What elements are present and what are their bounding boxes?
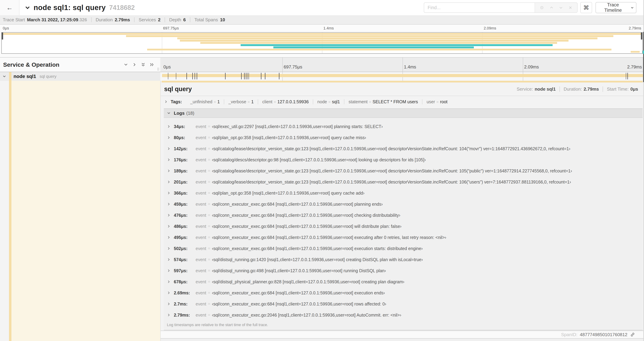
span-collapse-chevron-icon[interactable] <box>2 75 6 78</box>
log-row[interactable]: 597μs:event=‹sql/distsql_running.go:498 … <box>164 265 642 276</box>
log-row[interactable]: 574μs:event=‹sql/distsql_running.go:1420… <box>164 254 642 265</box>
log-expand-chevron-icon[interactable] <box>167 202 171 206</box>
meta-value: node sql1 <box>534 87 556 92</box>
span-duration-bar[interactable] <box>162 74 643 77</box>
log-value: ‹sql/conn_executor_exec.go:684 [nsql1,cl… <box>212 224 402 229</box>
log-field-name: event <box>196 191 206 196</box>
tags-expand-chevron-icon[interactable] <box>164 100 168 104</box>
log-row[interactable]: 176μs:event=‹sql/catalog/descs/descripto… <box>164 154 642 165</box>
log-row[interactable]: 34μs:event=‹sql/exec_util.go:2297 [nsql1… <box>164 121 642 132</box>
tag-value: SELECT * FROM users <box>372 99 418 104</box>
log-row[interactable]: 476μs:event=‹sql/conn_executor_exec.go:6… <box>164 210 642 221</box>
log-marker-tick <box>176 73 176 79</box>
summary-item: Total Spans10 <box>190 17 229 22</box>
log-expand-chevron-icon[interactable] <box>167 224 171 228</box>
log-expand-chevron-icon[interactable] <box>167 136 171 140</box>
previous-result-icon[interactable] <box>549 5 554 11</box>
trace-collapse-chevron-icon[interactable] <box>25 5 30 10</box>
log-expand-chevron-icon[interactable] <box>167 213 171 217</box>
deep-link-icon[interactable] <box>630 332 635 337</box>
log-row[interactable]: 2.7ms:event=‹sql/conn_executor_exec.go:6… <box>164 298 642 309</box>
log-expand-chevron-icon[interactable] <box>167 180 171 184</box>
log-value: ‹sql/conn_executor_exec.go:684 [nsql1,cl… <box>212 202 383 207</box>
log-row[interactable]: 495μs:event=‹sql/conn_executor_exec.go:6… <box>164 232 642 243</box>
minimap-tick-label: 2.09ms <box>484 26 496 31</box>
span-bar-cell[interactable] <box>160 72 644 81</box>
log-timestamp: 142μs: <box>174 146 192 151</box>
log-expand-chevron-icon[interactable] <box>167 302 171 306</box>
log-expand-chevron-icon[interactable] <box>167 191 171 195</box>
log-expand-chevron-icon[interactable] <box>167 147 171 151</box>
minimap-scroll-indicator[interactable] <box>643 32 644 82</box>
log-expand-chevron-icon[interactable] <box>167 247 171 250</box>
tag-item: node=sql1 <box>313 99 344 104</box>
detail-row-accent-strip <box>9 81 12 341</box>
column-resizer-grip[interactable] <box>158 68 159 71</box>
log-row[interactable]: 459μs:event=‹sql/conn_executor_exec.go:6… <box>164 199 642 210</box>
log-row[interactable]: 80μs:event=‹sql/plan_opt.go:358 [nsql1,c… <box>164 132 642 143</box>
log-field-name: event <box>196 301 206 306</box>
find-controls <box>534 3 577 13</box>
log-field-name: event <box>196 268 206 273</box>
summary-value: March 31 2022, 17:25:09 <box>27 17 78 22</box>
log-expand-chevron-icon[interactable] <box>167 291 171 295</box>
tag-equals: = <box>328 100 331 104</box>
collapse-all-icon[interactable] <box>150 62 154 67</box>
log-expand-chevron-icon[interactable] <box>167 269 171 272</box>
log-equals: = <box>208 213 210 217</box>
log-expand-chevron-icon[interactable] <box>167 258 171 261</box>
tag-item: _unfinished=1 <box>186 99 224 104</box>
tag-equals: = <box>214 100 216 104</box>
log-row[interactable]: 502μs:event=‹sql/conn_executor_exec.go:6… <box>164 243 642 254</box>
tag-equals: = <box>248 100 250 104</box>
summary-value-suffix: .326 <box>78 17 87 22</box>
tag-value: 1 <box>218 99 220 104</box>
log-field-name: event <box>196 246 206 251</box>
log-expand-chevron-icon[interactable] <box>167 280 171 284</box>
log-equals: = <box>208 313 210 317</box>
back-button[interactable]: ← <box>0 0 20 15</box>
log-expand-chevron-icon[interactable] <box>167 125 171 128</box>
expand-one-icon[interactable] <box>124 62 128 67</box>
log-row[interactable]: 142μs:event=‹sql/catalog/lease/descripto… <box>164 143 642 154</box>
log-timestamp: 176μs: <box>174 157 192 162</box>
logs-list: 34μs:event=‹sql/exec_util.go:2297 [nsql1… <box>164 118 642 320</box>
log-expand-chevron-icon[interactable] <box>167 235 171 239</box>
minimap-right-drag-handle[interactable] <box>641 33 642 40</box>
log-row[interactable]: 201μs:event=‹sql/catalog/lease/descripto… <box>164 176 642 187</box>
tags-accordion[interactable]: Tags: _unfinished=1_verbose=1client=127.… <box>161 96 644 107</box>
log-expand-chevron-icon[interactable] <box>167 158 171 162</box>
clear-search-icon[interactable] <box>568 5 573 11</box>
next-result-icon[interactable] <box>558 5 564 11</box>
minimap-left-drag-handle[interactable] <box>2 33 3 40</box>
timeline-gridline <box>282 58 283 72</box>
log-expand-chevron-icon[interactable] <box>167 169 171 173</box>
tag-item: client=127.0.0.1:59936 <box>258 99 313 104</box>
log-field-name: event <box>196 224 206 229</box>
log-row[interactable]: 366μs:event=‹sql/plan_opt.go:358 [nsql1,… <box>164 187 642 199</box>
keyboard-shortcuts-button[interactable]: ⌘ <box>580 2 592 13</box>
timeline-tick-label: 697.75μs <box>284 64 302 70</box>
log-expand-chevron-icon[interactable] <box>167 313 171 317</box>
log-row[interactable]: 2.79ms:event=‹sql/conn_executor_exec.go:… <box>164 309 642 320</box>
span-row-node-sql1[interactable]: node sql1 sql query <box>0 72 644 81</box>
find-input[interactable] <box>424 3 534 13</box>
view-selector-button[interactable]: Trace Timeline <box>596 2 636 13</box>
expand-all-icon[interactable] <box>141 62 146 67</box>
logs-collapse-chevron-icon[interactable] <box>167 111 171 115</box>
log-row[interactable]: 2.69ms:event=‹sql/conn_executor_exec.go:… <box>164 287 642 298</box>
collapse-one-icon[interactable] <box>132 62 137 67</box>
span-row-name-cell[interactable]: node sql1 sql query <box>0 72 160 81</box>
minimap-canvas[interactable] <box>2 32 642 54</box>
log-row[interactable]: 678μs:event=‹sql/distsql_physical_planne… <box>164 276 642 287</box>
log-timestamp: 495μs: <box>174 235 192 240</box>
log-row[interactable]: 189μs:event=‹sql/catalog/lease/descripto… <box>164 165 642 176</box>
log-value: ‹sql/conn_executor_exec.go:2046 [nsql1,c… <box>212 312 401 318</box>
locate-icon[interactable] <box>539 5 545 11</box>
minimap-tick-label: 1.4ms <box>324 26 334 31</box>
log-row[interactable]: 486μs:event=‹sql/conn_executor_exec.go:6… <box>164 221 642 232</box>
tag-key: user <box>426 99 435 104</box>
log-field-name: event <box>196 135 206 140</box>
logs-header[interactable]: Logs (18) <box>164 109 642 118</box>
detail-row-gutter <box>0 81 9 341</box>
